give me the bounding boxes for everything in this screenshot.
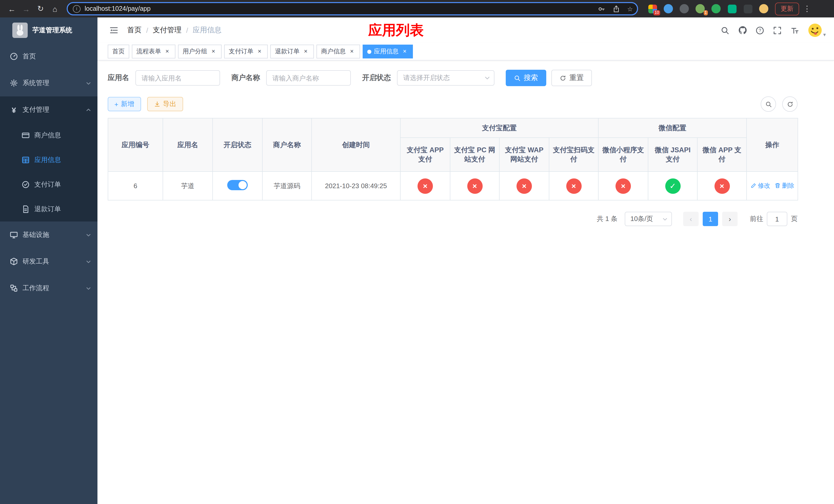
toggle-search-button[interactable] — [761, 96, 776, 112]
tab-payment-orders[interactable]: 支付订单× — [224, 45, 268, 59]
user-avatar[interactable]: ▾ — [808, 23, 826, 38]
edit-link[interactable]: 修改 — [750, 182, 770, 190]
tab-process-form[interactable]: 流程表单× — [132, 45, 175, 59]
status-select[interactable]: 请选择开启状态 — [397, 70, 495, 86]
face-extension-icon[interactable] — [759, 4, 769, 14]
sidebar-item-workflow[interactable]: 工作流程 — [0, 275, 97, 301]
breadcrumb-payment[interactable]: 支付管理 — [153, 26, 181, 35]
dark-square-extension-icon[interactable] — [743, 4, 753, 14]
breadcrumb-home[interactable]: 首页 — [127, 26, 141, 35]
pagination: 共 1 条 10条/页 ‹ 1 › 前往 页 — [108, 212, 797, 226]
browser-toolbar: ← → ↻ ⌂ i localhost:1024/pay/app ☆ 10 1 … — [0, 0, 834, 18]
next-page-button[interactable]: › — [722, 212, 738, 226]
avatar-emoji — [808, 23, 822, 38]
wechat-app-disabled-icon: × — [714, 178, 730, 193]
table-toolbar: + 新增 导出 — [108, 96, 797, 112]
sidebar-item-payment-orders[interactable]: 支付订单 — [0, 172, 97, 197]
breadcrumb-separator: / — [186, 26, 188, 35]
green-circle-extension-icon[interactable] — [711, 4, 721, 14]
browser-menu-icon[interactable]: ⋮ — [803, 4, 811, 13]
monitor-icon — [10, 231, 18, 239]
tab-close-icon[interactable]: × — [163, 48, 171, 55]
forward-icon[interactable]: → — [20, 2, 33, 15]
delete-link[interactable]: 删除 — [774, 182, 794, 190]
tab-refund-orders[interactable]: 退款订单× — [270, 45, 314, 59]
reset-button[interactable]: 重置 — [551, 70, 592, 86]
share-icon[interactable] — [612, 5, 620, 13]
export-button[interactable]: 导出 — [147, 97, 183, 111]
page-1-button[interactable]: 1 — [703, 212, 718, 226]
tab-close-icon[interactable]: × — [256, 48, 263, 55]
chevron-down-icon — [86, 232, 91, 238]
sidebar-item-home[interactable]: 首页 — [0, 43, 97, 70]
status-toggle[interactable] — [227, 180, 248, 190]
status-select-input[interactable] — [397, 70, 495, 86]
search-button[interactable]: 搜索 — [506, 70, 546, 86]
refresh-table-button[interactable] — [782, 96, 797, 112]
address-bar[interactable]: i localhost:1024/pay/app ☆ — [67, 2, 638, 15]
home-icon[interactable]: ⌂ — [48, 2, 62, 15]
dark-circle-extension-icon[interactable] — [679, 4, 689, 14]
breadcrumb: 首页 / 支付管理 / 应用信息 — [127, 26, 222, 35]
col-alipay-wap: 支付宝 WAP 网站支付 — [499, 138, 549, 171]
page-unit-label: 页 — [791, 214, 797, 224]
prev-page-button[interactable]: ‹ — [683, 212, 699, 226]
font-size-icon[interactable] — [790, 26, 799, 35]
tab-close-icon[interactable]: × — [302, 48, 309, 55]
status-label: 开启状态 — [362, 73, 391, 83]
merchant-name-label: 商户名称 — [231, 73, 260, 83]
tab-home[interactable]: 首页 — [108, 45, 129, 59]
dashboard-icon — [10, 52, 18, 61]
sidebar-fold-icon[interactable] — [109, 25, 119, 36]
sidebar-item-dev-tools[interactable]: 研发工具 — [0, 248, 97, 275]
fullscreen-icon[interactable] — [773, 26, 782, 35]
sidebar-item-app-info[interactable]: 应用信息 — [0, 148, 97, 172]
help-icon[interactable]: ? — [755, 26, 765, 35]
wechat-lite-disabled-icon: × — [615, 178, 631, 193]
blue-drop-extension-icon[interactable] — [663, 4, 674, 14]
back-icon[interactable]: ← — [5, 2, 19, 15]
tab-close-icon[interactable]: × — [401, 48, 408, 55]
tab-merchant-info[interactable]: 商户信息× — [316, 45, 360, 59]
yen-icon: ¥ — [10, 106, 18, 114]
goto-page-input[interactable] — [767, 212, 787, 226]
col-app-name: 应用名 — [163, 118, 213, 171]
profile-extension-icon[interactable]: 1 — [695, 4, 705, 14]
browser-update-button[interactable]: 更新 — [775, 2, 799, 15]
download-icon — [154, 101, 160, 108]
url-text[interactable]: localhost:1024/pay/app — [85, 5, 590, 12]
sidebar-item-system[interactable]: 系统管理 — [0, 70, 97, 96]
sidebar-item-payment[interactable]: ¥ 支付管理 — [0, 96, 97, 123]
tab-app-info[interactable]: 应用信息× — [363, 45, 413, 59]
wechat-jsapi-enabled-icon: ✓ — [665, 178, 680, 193]
edit-pencil-icon — [750, 183, 756, 189]
tab-close-icon[interactable]: × — [210, 48, 217, 55]
cell-app-id: 6 — [108, 171, 163, 200]
page-title: 应用列表 — [368, 21, 424, 40]
merchant-name-input[interactable] — [266, 70, 351, 86]
filter-form: 应用名 商户名称 开启状态 请选择开启状态 — [108, 70, 834, 86]
chevron-down-icon — [86, 80, 91, 86]
col-app-id: 应用编号 — [108, 118, 163, 171]
app-logo[interactable]: 芋道管理系统 — [0, 18, 97, 43]
app-name-input[interactable] — [135, 70, 220, 86]
bookmark-star-icon[interactable]: ☆ — [627, 5, 633, 13]
screen: ← → ↻ ⌂ i localhost:1024/pay/app ☆ 10 1 … — [0, 0, 834, 504]
search-icon[interactable] — [721, 26, 730, 35]
sidebar-item-merchant-info[interactable]: 商户信息 — [0, 123, 97, 148]
extensions-grid-icon[interactable]: 10 — [647, 4, 658, 14]
add-button[interactable]: + 新增 — [108, 97, 141, 111]
password-key-icon[interactable] — [597, 5, 605, 13]
sidebar-item-refund-orders[interactable]: 退款订单 — [0, 197, 97, 222]
page-size-select[interactable]: 10条/页 — [625, 212, 672, 226]
sidebar-item-infrastructure[interactable]: 基础设施 — [0, 222, 97, 248]
tab-close-icon[interactable]: × — [348, 48, 355, 55]
reload-icon[interactable]: ↻ — [34, 2, 47, 15]
tab-user-group[interactable]: 用户分组× — [178, 45, 222, 59]
github-icon[interactable] — [738, 26, 747, 35]
refresh-icon — [787, 101, 793, 108]
site-info-icon[interactable]: i — [73, 5, 81, 13]
col-wechat-app: 微信 APP 支付 — [697, 138, 747, 171]
green-square-extension-icon[interactable] — [727, 4, 737, 14]
app-table: 应用编号 应用名 开启状态 商户名称 创建时间 支付宝配置 微信配置 操作 支付… — [108, 118, 798, 201]
